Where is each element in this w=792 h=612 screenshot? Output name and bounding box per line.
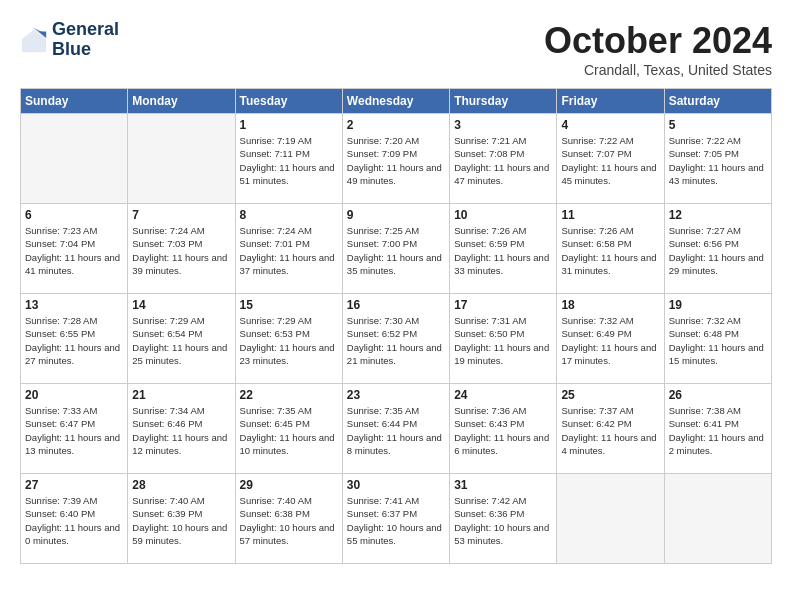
title-block: October 2024 Crandall, Texas, United Sta…: [544, 20, 772, 78]
week-row-4: 27Sunrise: 7:39 AM Sunset: 6:40 PM Dayli…: [21, 474, 772, 564]
week-row-2: 13Sunrise: 7:28 AM Sunset: 6:55 PM Dayli…: [21, 294, 772, 384]
day-cell: 10Sunrise: 7:26 AM Sunset: 6:59 PM Dayli…: [450, 204, 557, 294]
day-cell: 31Sunrise: 7:42 AM Sunset: 6:36 PM Dayli…: [450, 474, 557, 564]
day-cell: 4Sunrise: 7:22 AM Sunset: 7:07 PM Daylig…: [557, 114, 664, 204]
day-cell: 2Sunrise: 7:20 AM Sunset: 7:09 PM Daylig…: [342, 114, 449, 204]
day-number: 8: [240, 208, 338, 222]
day-info: Sunrise: 7:24 AM Sunset: 7:01 PM Dayligh…: [240, 224, 338, 277]
day-info: Sunrise: 7:23 AM Sunset: 7:04 PM Dayligh…: [25, 224, 123, 277]
day-info: Sunrise: 7:40 AM Sunset: 6:38 PM Dayligh…: [240, 494, 338, 547]
day-number: 3: [454, 118, 552, 132]
day-number: 5: [669, 118, 767, 132]
day-info: Sunrise: 7:40 AM Sunset: 6:39 PM Dayligh…: [132, 494, 230, 547]
day-cell: 25Sunrise: 7:37 AM Sunset: 6:42 PM Dayli…: [557, 384, 664, 474]
day-info: Sunrise: 7:20 AM Sunset: 7:09 PM Dayligh…: [347, 134, 445, 187]
day-number: 25: [561, 388, 659, 402]
day-number: 16: [347, 298, 445, 312]
day-number: 6: [25, 208, 123, 222]
day-cell: [21, 114, 128, 204]
day-number: 27: [25, 478, 123, 492]
day-cell: 27Sunrise: 7:39 AM Sunset: 6:40 PM Dayli…: [21, 474, 128, 564]
day-number: 20: [25, 388, 123, 402]
day-cell: 24Sunrise: 7:36 AM Sunset: 6:43 PM Dayli…: [450, 384, 557, 474]
day-number: 24: [454, 388, 552, 402]
day-cell: 21Sunrise: 7:34 AM Sunset: 6:46 PM Dayli…: [128, 384, 235, 474]
day-cell: 13Sunrise: 7:28 AM Sunset: 6:55 PM Dayli…: [21, 294, 128, 384]
day-info: Sunrise: 7:29 AM Sunset: 6:54 PM Dayligh…: [132, 314, 230, 367]
day-number: 7: [132, 208, 230, 222]
header-thursday: Thursday: [450, 89, 557, 114]
day-number: 11: [561, 208, 659, 222]
header-monday: Monday: [128, 89, 235, 114]
day-cell: 30Sunrise: 7:41 AM Sunset: 6:37 PM Dayli…: [342, 474, 449, 564]
day-number: 13: [25, 298, 123, 312]
logo: General Blue: [20, 20, 119, 60]
day-number: 17: [454, 298, 552, 312]
week-row-3: 20Sunrise: 7:33 AM Sunset: 6:47 PM Dayli…: [21, 384, 772, 474]
day-cell: 17Sunrise: 7:31 AM Sunset: 6:50 PM Dayli…: [450, 294, 557, 384]
day-cell: [128, 114, 235, 204]
day-info: Sunrise: 7:28 AM Sunset: 6:55 PM Dayligh…: [25, 314, 123, 367]
day-cell: 28Sunrise: 7:40 AM Sunset: 6:39 PM Dayli…: [128, 474, 235, 564]
day-info: Sunrise: 7:30 AM Sunset: 6:52 PM Dayligh…: [347, 314, 445, 367]
day-info: Sunrise: 7:19 AM Sunset: 7:11 PM Dayligh…: [240, 134, 338, 187]
day-info: Sunrise: 7:25 AM Sunset: 7:00 PM Dayligh…: [347, 224, 445, 277]
day-info: Sunrise: 7:42 AM Sunset: 6:36 PM Dayligh…: [454, 494, 552, 547]
day-info: Sunrise: 7:24 AM Sunset: 7:03 PM Dayligh…: [132, 224, 230, 277]
day-info: Sunrise: 7:27 AM Sunset: 6:56 PM Dayligh…: [669, 224, 767, 277]
day-info: Sunrise: 7:36 AM Sunset: 6:43 PM Dayligh…: [454, 404, 552, 457]
day-info: Sunrise: 7:21 AM Sunset: 7:08 PM Dayligh…: [454, 134, 552, 187]
day-cell: 3Sunrise: 7:21 AM Sunset: 7:08 PM Daylig…: [450, 114, 557, 204]
day-cell: 5Sunrise: 7:22 AM Sunset: 7:05 PM Daylig…: [664, 114, 771, 204]
day-cell: 20Sunrise: 7:33 AM Sunset: 6:47 PM Dayli…: [21, 384, 128, 474]
day-cell: 23Sunrise: 7:35 AM Sunset: 6:44 PM Dayli…: [342, 384, 449, 474]
logo-icon: [20, 26, 48, 54]
day-cell: 9Sunrise: 7:25 AM Sunset: 7:00 PM Daylig…: [342, 204, 449, 294]
day-info: Sunrise: 7:31 AM Sunset: 6:50 PM Dayligh…: [454, 314, 552, 367]
day-info: Sunrise: 7:35 AM Sunset: 6:45 PM Dayligh…: [240, 404, 338, 457]
day-number: 26: [669, 388, 767, 402]
day-cell: 7Sunrise: 7:24 AM Sunset: 7:03 PM Daylig…: [128, 204, 235, 294]
day-info: Sunrise: 7:34 AM Sunset: 6:46 PM Dayligh…: [132, 404, 230, 457]
day-number: 30: [347, 478, 445, 492]
day-number: 18: [561, 298, 659, 312]
day-cell: 22Sunrise: 7:35 AM Sunset: 6:45 PM Dayli…: [235, 384, 342, 474]
page-header: General Blue October 2024 Crandall, Texa…: [20, 20, 772, 78]
day-number: 9: [347, 208, 445, 222]
logo-text: General Blue: [52, 20, 119, 60]
day-number: 28: [132, 478, 230, 492]
day-info: Sunrise: 7:22 AM Sunset: 7:07 PM Dayligh…: [561, 134, 659, 187]
header-friday: Friday: [557, 89, 664, 114]
day-info: Sunrise: 7:39 AM Sunset: 6:40 PM Dayligh…: [25, 494, 123, 547]
day-number: 14: [132, 298, 230, 312]
day-info: Sunrise: 7:37 AM Sunset: 6:42 PM Dayligh…: [561, 404, 659, 457]
day-info: Sunrise: 7:32 AM Sunset: 6:48 PM Dayligh…: [669, 314, 767, 367]
calendar-body: 1Sunrise: 7:19 AM Sunset: 7:11 PM Daylig…: [21, 114, 772, 564]
header-sunday: Sunday: [21, 89, 128, 114]
day-cell: [664, 474, 771, 564]
week-row-0: 1Sunrise: 7:19 AM Sunset: 7:11 PM Daylig…: [21, 114, 772, 204]
day-cell: [557, 474, 664, 564]
day-info: Sunrise: 7:26 AM Sunset: 6:59 PM Dayligh…: [454, 224, 552, 277]
calendar-header: SundayMondayTuesdayWednesdayThursdayFrid…: [21, 89, 772, 114]
header-row: SundayMondayTuesdayWednesdayThursdayFrid…: [21, 89, 772, 114]
day-cell: 14Sunrise: 7:29 AM Sunset: 6:54 PM Dayli…: [128, 294, 235, 384]
month-title: October 2024: [544, 20, 772, 62]
day-info: Sunrise: 7:41 AM Sunset: 6:37 PM Dayligh…: [347, 494, 445, 547]
day-cell: 29Sunrise: 7:40 AM Sunset: 6:38 PM Dayli…: [235, 474, 342, 564]
day-number: 1: [240, 118, 338, 132]
day-number: 15: [240, 298, 338, 312]
day-number: 22: [240, 388, 338, 402]
day-info: Sunrise: 7:38 AM Sunset: 6:41 PM Dayligh…: [669, 404, 767, 457]
day-info: Sunrise: 7:32 AM Sunset: 6:49 PM Dayligh…: [561, 314, 659, 367]
day-number: 31: [454, 478, 552, 492]
calendar-table: SundayMondayTuesdayWednesdayThursdayFrid…: [20, 88, 772, 564]
day-cell: 16Sunrise: 7:30 AM Sunset: 6:52 PM Dayli…: [342, 294, 449, 384]
day-info: Sunrise: 7:22 AM Sunset: 7:05 PM Dayligh…: [669, 134, 767, 187]
header-tuesday: Tuesday: [235, 89, 342, 114]
header-wednesday: Wednesday: [342, 89, 449, 114]
day-cell: 15Sunrise: 7:29 AM Sunset: 6:53 PM Dayli…: [235, 294, 342, 384]
location: Crandall, Texas, United States: [544, 62, 772, 78]
day-cell: 12Sunrise: 7:27 AM Sunset: 6:56 PM Dayli…: [664, 204, 771, 294]
day-cell: 19Sunrise: 7:32 AM Sunset: 6:48 PM Dayli…: [664, 294, 771, 384]
